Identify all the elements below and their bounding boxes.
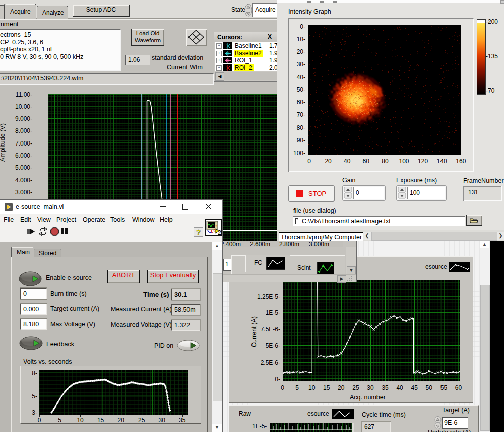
svg-text:?: ? <box>196 228 201 236</box>
svg-text:2: 2 <box>218 229 221 235</box>
